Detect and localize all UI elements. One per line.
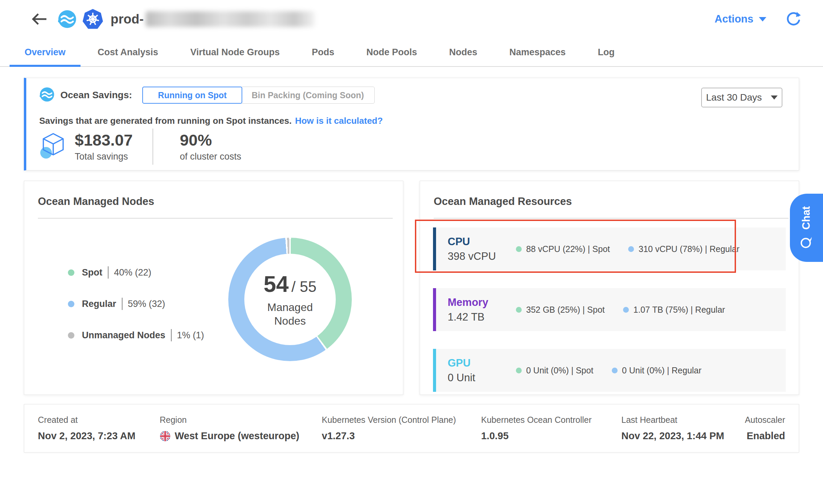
kubernetes-logo-icon bbox=[82, 9, 104, 30]
tab-bar: Overview Cost Analysis Virtual Node Grou… bbox=[0, 38, 823, 67]
gpu-total: 0 Unit bbox=[448, 372, 516, 384]
gpu-label: GPU bbox=[448, 357, 516, 369]
cluster-name-prefix: prod- bbox=[111, 12, 144, 27]
total-savings-stat: $183.07 Total savings bbox=[75, 131, 133, 162]
cpu-total: 398 vCPU bbox=[448, 250, 516, 263]
spot-legend-dot-icon bbox=[68, 269, 74, 276]
cluster-cost-percent-stat: 90% of cluster costs bbox=[180, 131, 241, 162]
tab-overview[interactable]: Overview bbox=[10, 38, 81, 66]
cluster-meta-bar: Created at Nov 2, 2023, 7:23 AM Region W… bbox=[24, 404, 799, 453]
app-header: prod- Actions bbox=[0, 0, 823, 38]
cpu-spot-stat: 88 vCPU (22%) | Spot bbox=[516, 244, 610, 254]
memory-spot-stat: 352 GB (25%) | Spot bbox=[516, 305, 605, 315]
ocean-savings-banner: Ocean Savings: Running on Spot Bin Packi… bbox=[24, 78, 799, 171]
savings-cube-icon bbox=[39, 131, 68, 162]
resources-card-title: Ocean Managed Resources bbox=[434, 195, 572, 208]
bin-packing-toggle[interactable]: Bin Packing (Coming Soon) bbox=[241, 87, 374, 104]
spot-dot-icon bbox=[516, 307, 522, 313]
period-dropdown[interactable]: Last 30 Days bbox=[701, 88, 782, 107]
spot-dot-icon bbox=[516, 368, 522, 373]
tab-pods[interactable]: Pods bbox=[297, 38, 349, 66]
autoscaler-status: Enabled bbox=[745, 430, 785, 442]
ocean-managed-nodes-card: Ocean Managed Nodes Spot 40% (22) Regula… bbox=[24, 181, 403, 395]
meta-autoscaler: Autoscaler Enabled bbox=[745, 415, 785, 442]
memory-row-wrapper: Memory 1.42 TB 352 GB (25%) | Spot 1.07 … bbox=[433, 288, 786, 331]
regular-legend-dot-icon bbox=[68, 301, 74, 307]
managed-nodes-label: Managed Nodes bbox=[254, 300, 326, 328]
total-savings-label: Total savings bbox=[75, 151, 133, 162]
memory-resource-row: Memory 1.42 TB 352 GB (25%) | Spot 1.07 … bbox=[433, 288, 786, 331]
period-value: Last 30 Days bbox=[706, 92, 762, 103]
savings-toggle-group: Running on Spot Bin Packing (Coming Soon… bbox=[142, 87, 375, 104]
regular-dot-icon bbox=[628, 246, 634, 252]
ocean-savings-icon bbox=[39, 86, 55, 104]
back-arrow-icon bbox=[30, 12, 48, 27]
tab-log[interactable]: Log bbox=[583, 38, 630, 66]
chat-bubble-icon bbox=[800, 236, 813, 249]
total-savings-value: $183.07 bbox=[75, 131, 133, 149]
donut-center-text: 54 / 55 Managed Nodes bbox=[228, 238, 352, 361]
unmanaged-legend-dot-icon bbox=[68, 332, 74, 339]
spot-dot-icon bbox=[516, 246, 522, 252]
legend-item-unmanaged: Unmanaged Nodes 1% (1) bbox=[68, 329, 204, 341]
cluster-cost-percent-label: of cluster costs bbox=[180, 151, 241, 162]
tab-namespaces[interactable]: Namespaces bbox=[494, 38, 581, 66]
uk-flag-icon bbox=[160, 431, 171, 442]
savings-description: Savings that are generated from running … bbox=[39, 116, 383, 126]
meta-created-at: Created at Nov 2, 2023, 7:23 AM bbox=[38, 415, 160, 442]
redacted-cluster-name bbox=[146, 11, 315, 27]
cpu-resource-row: CPU 398 vCPU 88 vCPU (22%) | Spot 310 vC… bbox=[433, 227, 786, 270]
running-on-spot-toggle[interactable]: Running on Spot bbox=[142, 87, 242, 104]
gpu-resource-row: GPU 0 Unit 0 Unit (0%) | Spot 0 Unit (0%… bbox=[433, 349, 786, 392]
managed-nodes-count: 54 bbox=[264, 271, 289, 297]
nodes-card-divider bbox=[38, 218, 393, 219]
meta-kubernetes-version: Kubernetes Version (Control Plane) v1.27… bbox=[322, 415, 481, 442]
memory-label: Memory bbox=[448, 296, 516, 309]
cpu-label: CPU bbox=[448, 236, 516, 248]
page-title: prod- bbox=[111, 11, 315, 27]
refresh-icon bbox=[785, 11, 801, 27]
managed-nodes-total: / 55 bbox=[291, 278, 316, 295]
ocean-cluster-overview-screen: prod- Actions Overview Cost Analysis Vir… bbox=[0, 0, 823, 504]
chat-button[interactable]: Chat bbox=[790, 194, 823, 262]
back-button[interactable] bbox=[30, 12, 48, 27]
ocean-logo-icon bbox=[57, 9, 77, 29]
ocean-managed-resources-card: Ocean Managed Resources CPU 398 vCPU bbox=[420, 181, 799, 395]
gpu-row-wrapper: GPU 0 Unit 0 Unit (0%) | Spot 0 Unit (0%… bbox=[433, 349, 786, 392]
legend-item-regular: Regular 59% (32) bbox=[68, 298, 204, 310]
refresh-button[interactable] bbox=[785, 11, 801, 27]
tab-node-pools[interactable]: Node Pools bbox=[351, 38, 432, 66]
tab-cost-analysis[interactable]: Cost Analysis bbox=[83, 38, 173, 66]
managed-nodes-donut: 54 / 55 Managed Nodes bbox=[228, 238, 352, 361]
memory-total: 1.42 TB bbox=[448, 311, 516, 323]
actions-label: Actions bbox=[714, 13, 753, 25]
cluster-cost-percent-value: 90% bbox=[180, 131, 241, 149]
gpu-regular-stat: 0 Unit (0%) | Regular bbox=[612, 366, 702, 375]
nodes-legend: Spot 40% (22) Regular 59% (32) Unmanaged… bbox=[68, 266, 204, 360]
meta-ocean-controller: Kubernetes Ocean Controller 1.0.95 bbox=[481, 415, 621, 442]
regular-dot-icon bbox=[612, 368, 618, 373]
period-caret-icon bbox=[771, 95, 778, 100]
tab-nodes[interactable]: Nodes bbox=[434, 38, 492, 66]
meta-last-heartbeat: Last Heartbeat Nov 22, 2023, 1:44 PM bbox=[621, 415, 745, 442]
stats-divider bbox=[153, 129, 153, 165]
cpu-row-wrapper: CPU 398 vCPU 88 vCPU (22%) | Spot 310 vC… bbox=[433, 227, 786, 270]
tab-virtual-node-groups[interactable]: Virtual Node Groups bbox=[175, 38, 295, 66]
how-is-it-calculated-link[interactable]: How is it calculated? bbox=[295, 116, 383, 126]
savings-section-label: Ocean Savings: bbox=[60, 90, 132, 101]
gpu-spot-stat: 0 Unit (0%) | Spot bbox=[516, 366, 593, 375]
memory-regular-stat: 1.07 TB (75%) | Regular bbox=[623, 305, 725, 315]
regular-dot-icon bbox=[623, 307, 629, 313]
actions-button[interactable]: Actions bbox=[714, 13, 766, 25]
cpu-regular-stat: 310 vCPU (78%) | Regular bbox=[628, 244, 739, 254]
actions-caret-icon bbox=[759, 17, 766, 21]
legend-item-spot: Spot 40% (22) bbox=[68, 266, 204, 279]
nodes-card-title: Ocean Managed Nodes bbox=[38, 195, 154, 208]
chat-label: Chat bbox=[800, 206, 813, 230]
meta-region: Region West Europe (westeurope) bbox=[160, 415, 322, 442]
